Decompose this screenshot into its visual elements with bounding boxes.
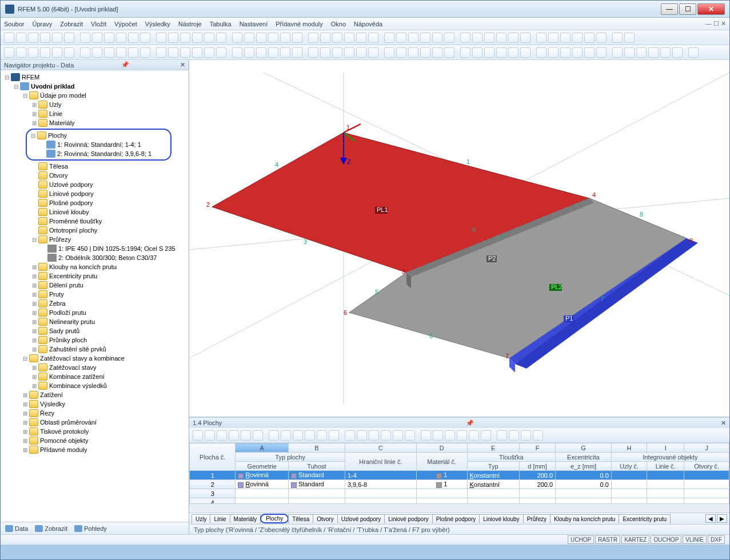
status-toggle[interactable]: KARTEZ (621, 535, 649, 544)
tree-node[interactable]: 2: Obdélník 300/300; Beton C30/37 (1, 253, 189, 262)
toolbar-button[interactable] (420, 33, 430, 43)
tree-node[interactable]: Žebra (1, 299, 189, 308)
menu-nastroje[interactable]: Nástroje (178, 21, 202, 27)
expand-icon[interactable] (21, 419, 29, 426)
col-plocha[interactable]: Plocha č. (190, 443, 236, 471)
status-toggle[interactable]: VLINIE (683, 535, 707, 544)
toolbar-button[interactable] (80, 47, 90, 58)
toolbar-button[interactable] (64, 47, 74, 58)
toolbar-button[interactable] (444, 33, 454, 43)
toolbar-button[interactable] (104, 33, 114, 43)
sidebar-tab-data[interactable]: Data (5, 525, 28, 532)
toolbar-button[interactable] (369, 430, 379, 441)
toolbar-button[interactable] (384, 47, 394, 58)
tree-node[interactable]: Pomocné objekty (1, 436, 189, 445)
tree-node[interactable]: 1: Rovinná; Standardní; 1-4; 1 (27, 140, 166, 149)
menu-moduly[interactable]: Přídavné moduly (276, 21, 323, 27)
toolbar-button[interactable] (624, 47, 635, 58)
expand-icon[interactable] (30, 374, 38, 380)
expand-icon[interactable] (21, 438, 29, 444)
tree-node[interactable]: Zahuštění sítě prvků (1, 345, 189, 354)
table-tab[interactable]: Plošné podpory (432, 514, 480, 523)
tree-node[interactable]: 1: IPE 450 | DIN 1025-5:1994; Ocel S 235 (1, 244, 189, 253)
toolbar-button[interactable] (521, 430, 531, 441)
table-tab[interactable]: Liniové klouby (479, 514, 523, 523)
toolbar-button[interactable] (596, 33, 607, 43)
toolbar-button[interactable] (168, 47, 178, 58)
toolbar-button[interactable] (128, 33, 138, 43)
menu-tabulka[interactable]: Tabulka (210, 21, 232, 27)
toolbar-button[interactable] (16, 33, 26, 43)
toolbar-button[interactable] (624, 33, 635, 43)
toolbar-button[interactable] (533, 430, 543, 441)
toolbar-button[interactable] (572, 47, 583, 58)
expand-icon[interactable] (21, 392, 29, 398)
table-tab[interactable]: Plochy (260, 514, 289, 523)
toolbar-button[interactable] (332, 47, 342, 58)
toolbar-button[interactable] (268, 33, 278, 43)
expand-icon[interactable] (29, 133, 37, 139)
toolbar-button[interactable] (548, 33, 559, 43)
toolbar-button[interactable] (40, 47, 50, 58)
toolbar-button[interactable] (28, 47, 38, 58)
tree-node[interactable]: Uzly (1, 100, 189, 109)
expand-icon[interactable] (30, 319, 38, 325)
expand-icon[interactable] (12, 83, 20, 90)
toolbar-button[interactable] (344, 47, 354, 58)
toolbar-button[interactable] (368, 47, 378, 58)
viewport-3d[interactable]: Z PL1 PL2 P2 P1 1 2 3 4 1 4 3 2 8 7 (189, 60, 729, 417)
expand-icon[interactable] (21, 447, 29, 453)
tree-node[interactable]: Ortotropní plochy (1, 226, 189, 235)
toolbar-button[interactable] (408, 47, 418, 58)
tab-nav-right[interactable]: ▶ (717, 514, 727, 523)
horizontal-scrollbar[interactable] (189, 503, 729, 513)
expand-icon[interactable] (30, 328, 38, 334)
toolbar-button[interactable] (381, 430, 391, 441)
toolbar-button[interactable] (536, 33, 546, 43)
toolbar-button[interactable] (92, 33, 102, 43)
tree-node[interactable]: Plochy (27, 131, 166, 140)
toolbar-button[interactable] (64, 33, 74, 43)
table-tab[interactable]: Otvory (313, 514, 337, 523)
toolbar-button[interactable] (612, 33, 623, 43)
toolbar-button[interactable] (305, 430, 315, 441)
table-tab[interactable]: Průřezy (523, 514, 551, 523)
toolbar-button[interactable] (256, 33, 266, 43)
table-row[interactable]: 4 (190, 498, 729, 504)
tree-node[interactable]: RFEM (1, 73, 189, 82)
toolbar-button[interactable] (280, 47, 290, 58)
toolbar-button[interactable] (484, 33, 494, 43)
toolbar-button[interactable] (481, 430, 491, 441)
tree-node[interactable]: Dělení prutu (1, 281, 189, 290)
toolbar-button[interactable] (457, 430, 467, 441)
tree-node[interactable]: Uzlové podpory (1, 180, 189, 189)
toolbar-button[interactable] (356, 47, 366, 58)
toolbar-button[interactable] (460, 47, 470, 58)
toolbar-button[interactable] (460, 33, 470, 43)
toolbar-button[interactable] (4, 47, 14, 58)
tree-node[interactable]: Pruty (1, 290, 189, 299)
menu-vypocet[interactable]: Výpočet (114, 21, 137, 27)
panel-close-icon[interactable]: ✕ (721, 419, 726, 427)
toolbar-button[interactable] (256, 47, 266, 58)
panel-close-icon[interactable]: ✕ (180, 61, 185, 69)
toolbar-button[interactable] (293, 430, 303, 441)
toolbar-button[interactable] (405, 430, 415, 441)
toolbar-button[interactable] (393, 430, 403, 441)
expand-icon[interactable] (21, 401, 29, 407)
menu-soubor[interactable]: Soubor (4, 21, 24, 27)
expand-icon[interactable] (30, 120, 38, 126)
toolbar-button[interactable] (92, 47, 102, 58)
navigator-tree[interactable]: RFEMUvodni prikladÚdaje pro modelUzlyLin… (1, 70, 189, 522)
maximize-button[interactable]: ☐ (679, 3, 696, 15)
table-row[interactable]: 3 (190, 489, 729, 498)
toolbar-button[interactable] (548, 47, 559, 58)
toolbar-button[interactable] (648, 47, 659, 58)
toolbar-button[interactable] (357, 430, 367, 441)
status-toggle[interactable]: UCHOP (568, 535, 594, 544)
table-tab[interactable]: Liniové podpory (384, 514, 433, 523)
expand-icon[interactable] (21, 355, 29, 362)
tree-node[interactable]: 2: Rovinná; Standardní; 3,9,6-8; 1 (27, 149, 166, 158)
toolbar-button[interactable] (445, 430, 455, 441)
tree-node[interactable]: Zatěžovací stavy a kombinace (1, 354, 189, 363)
